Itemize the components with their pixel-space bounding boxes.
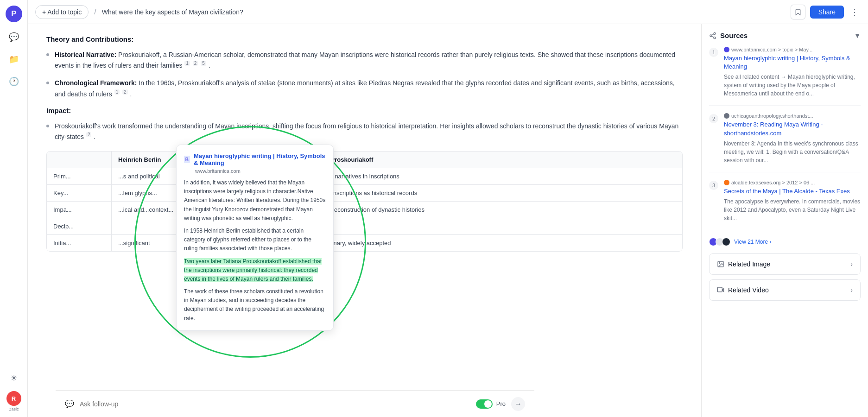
related-video-title: Related Video [717,286,769,294]
impact-text-block: Proskouriakoff's work transformed the un… [46,121,683,142]
tooltip-para-1: In addition, it was widely believed that… [184,178,326,223]
related-image-header[interactable]: Related Image › [710,254,860,274]
source-url-3: alcalde.texasexes.org > 2012 > 06 ... [724,180,861,185]
related-video-section[interactable]: Related Video › [709,279,861,301]
related-video-header[interactable]: Related Video › [710,280,860,300]
related-image-section[interactable]: Related Image › [709,253,861,275]
bullet-historical-narrative: Historical Narrative: Proskouriakoff, a … [46,50,683,70]
topbar-actions: Share ⋮ [791,5,861,19]
follow-up-icon: 💬 [65,399,74,408]
view-more-link[interactable]: View 21 More › [734,239,771,245]
bullet-dot [46,82,49,84]
ref-5[interactable]: 5 [201,61,206,66]
source-content-3: alcalde.texasexes.org > 2012 > 06 ... Se… [724,180,861,222]
sources-chevron[interactable]: ▼ [854,32,861,39]
sources-icon [709,32,716,39]
related-video-label: Related Video [728,286,769,294]
ref-1b[interactable]: 1 [114,89,120,95]
related-image-chevron[interactable]: › [850,260,853,268]
tooltip-favicon: B [184,156,190,163]
source-snippet-3: The apocalypse is everywhere. In commerc… [724,197,861,222]
app-logo[interactable]: P [6,6,22,22]
table-row: Impa... ...ical and...context... Enabled… [47,202,682,218]
sources-label: Sources [720,32,748,39]
toggle-switch[interactable] [476,399,493,409]
sidebar: P 💬 📁 🕐 ☀ R Basic [0,0,28,417]
source-url-1: www.britannica.com > topic > May... [724,47,861,52]
add-topic-button[interactable]: + Add to topic [35,5,89,19]
source-favicon-3 [724,180,729,185]
submit-button[interactable]: → [511,397,525,411]
source-title-2[interactable]: November 3: Reading Maya Writing - short… [724,120,861,137]
ref-2b[interactable]: 2 [122,89,128,95]
row-label-1: Prim... [47,168,112,184]
avatar[interactable]: R [6,391,21,406]
sidebar-icon-theme[interactable]: ☀ [6,371,21,385]
bullet-body: Proskouriakoff, a Russian-American schol… [55,51,675,69]
topbar: + Add to topic / What were the key aspec… [28,0,868,24]
bullet-bold-2: Chronological Framework: [55,79,137,87]
col-header-empty [47,152,112,168]
follow-up-input[interactable] [80,400,470,408]
source-favicon-2 [724,113,729,119]
right-panel: Sources ▼ 1 www.britannica.com > topic >… [701,24,868,417]
content-area: Theory and Contributions: Historical Nar… [28,24,868,417]
source-title-3[interactable]: Secrets of the Maya | The Alcalde - Texa… [724,187,861,196]
share-button[interactable]: Share [810,6,844,19]
source-snippet-2: November 3: Agenda In this week's synchr… [724,139,861,164]
source-url-2: uchicagoanthropology.shorthandst... [724,113,861,119]
row-label-5: Initia... [47,235,112,251]
tooltip-para-highlight: Two years later Tatiana Prouskouriakoff … [184,257,326,284]
tooltip-title-row: B Mayan hieroglyphic writing | History, … [184,152,326,166]
table-row: Decip... [47,218,682,235]
sidebar-icon-chat[interactable]: 💬 [6,30,21,44]
video-icon [717,286,724,294]
source-favicon-1 [724,47,729,52]
source-num-1: 1 [709,48,718,57]
ref-2c[interactable]: 2 [86,132,92,137]
source-num-2: 2 [709,114,718,123]
pro-label: Pro [496,400,506,407]
svg-point-2 [714,37,716,38]
tooltip-para-2: In 1958 Heinrich Berlin established that… [184,227,326,253]
toggle-knob [484,400,492,408]
source-title-1[interactable]: Mayan hieroglyphic writing | History, Sy… [724,54,861,71]
user-badge: Basic [8,407,19,411]
svg-point-6 [719,263,720,264]
sources-header: Sources ▼ [709,32,861,39]
tooltip-popup: B Mayan hieroglyphic writing | History, … [176,145,334,331]
sidebar-icon-folder[interactable]: 📁 [6,52,21,67]
source-item-2: 2 uchicagoanthropology.shorthandst... No… [709,113,861,172]
bookmark-button[interactable] [791,5,805,19]
sources-title: Sources [709,32,748,39]
pro-toggle[interactable]: Pro [476,399,506,409]
bullet-bold: Historical Narrative: [55,51,116,58]
tooltip-url: www.britannica.com [195,168,326,174]
row-label-2: Key... [47,185,112,201]
bullet-body-2: In the 1960s, Proskouriakoff's analysis … [55,79,675,97]
ref-1[interactable]: 1 [184,61,190,66]
row-label-3: Impa... [47,202,112,218]
source-item-1: 1 www.britannica.com > topic > May... Ma… [709,47,861,106]
more-options-button[interactable]: ⋮ [849,5,861,19]
ref-2[interactable]: 2 [193,61,198,66]
related-image-title: Related Image [717,260,770,268]
bullet-text: Chronological Framework: In the 1960s, P… [55,78,683,99]
related-image-label: Related Image [728,260,770,268]
sidebar-icon-history[interactable]: 🕐 [6,74,21,89]
svg-rect-7 [717,287,722,292]
main-content: Theory and Contributions: Historical Nar… [28,24,701,417]
breadcrumb-divider: / [94,8,96,16]
related-video-chevron[interactable]: › [850,286,853,294]
impact-body: Proskouriakoff's work transformed the un… [55,121,683,142]
bullet-dot [46,125,49,127]
bullet-dot [46,53,49,56]
view-more-avatars [709,238,730,246]
tooltip-title: Mayan hieroglyphic writing | History, Sy… [194,152,326,166]
bottom-bar: 💬 Pro → [56,390,534,417]
query-text: What were the key aspects of Mayan civil… [102,8,785,16]
mini-favicon-3 [722,238,730,246]
section-heading-impact: Impact: [46,107,683,114]
source-content-2: uchicagoanthropology.shorthandst... Nove… [724,113,861,164]
tooltip-text: In addition, it was widely believed that… [184,178,326,323]
